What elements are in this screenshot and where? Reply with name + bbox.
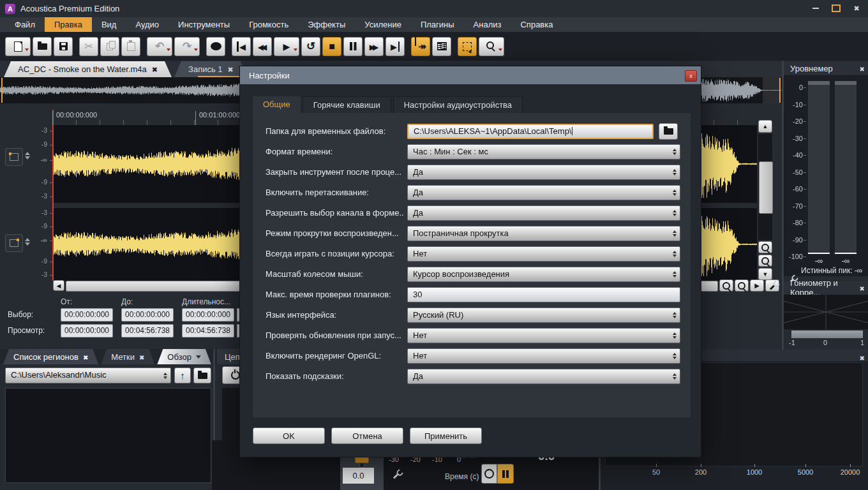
scroll-up-button[interactable]: ▲ xyxy=(758,120,772,133)
menu-item-2[interactable]: Вид xyxy=(92,17,126,32)
close-icon[interactable] xyxy=(152,64,158,74)
spinner-icon[interactable] xyxy=(673,228,677,239)
menu-item-1[interactable]: Правка xyxy=(45,17,92,32)
channel-left-arrows[interactable] xyxy=(24,149,31,162)
channel-right-arrows[interactable] xyxy=(24,235,31,248)
zoom-selection-button[interactable]: ▶ xyxy=(750,279,764,292)
dialog-button-cancel[interactable]: Отмена xyxy=(331,427,403,444)
close-icon[interactable] xyxy=(228,64,234,74)
channel-select-left-button[interactable] xyxy=(5,148,23,166)
scrub-button[interactable] xyxy=(411,37,430,56)
dialog-select-1[interactable]: Час : Мин : Сек : мс xyxy=(407,144,680,160)
spectral-view-button[interactable] xyxy=(432,37,451,56)
save-file-button[interactable] xyxy=(54,37,73,56)
minimize-icon[interactable] xyxy=(809,3,822,14)
loop-button[interactable] xyxy=(301,37,320,56)
fader-value[interactable]: 0.0 xyxy=(343,468,374,484)
zoom-tool-button[interactable] xyxy=(479,37,504,56)
browse-folder-button[interactable] xyxy=(193,368,211,383)
dialog-select-6[interactable]: Нет xyxy=(407,246,680,262)
dialog-browse-button[interactable] xyxy=(659,123,678,140)
play-button[interactable] xyxy=(274,37,299,56)
dialog-tab-2[interactable]: Настройки аудиоустройства xyxy=(393,96,523,113)
paste-button[interactable] xyxy=(121,37,140,56)
spinner-icon[interactable] xyxy=(673,310,677,320)
zoom-out-button[interactable] xyxy=(735,279,749,292)
selection-time-field[interactable]: 00:04:56:738 xyxy=(182,324,234,338)
dialog-input-0[interactable]: C:\Users\ALEKSA~1\AppData\Local\Temp\ xyxy=(407,124,654,139)
dialog-select-4[interactable]: Да xyxy=(407,205,680,221)
playhead-cursor[interactable] xyxy=(52,110,54,281)
stop-button[interactable] xyxy=(322,37,341,56)
spinner-icon[interactable] xyxy=(673,167,677,177)
spinner-icon[interactable] xyxy=(163,371,167,381)
chevron-down-icon[interactable] xyxy=(25,156,30,162)
spinner-icon[interactable] xyxy=(673,188,677,198)
chevron-up-icon[interactable] xyxy=(25,235,30,241)
dialog-button-apply[interactable]: Применить xyxy=(410,427,482,444)
dropdown-caret-icon[interactable] xyxy=(167,48,170,53)
dialog-title-bar[interactable]: Настройки x xyxy=(240,66,701,84)
close-icon[interactable] xyxy=(860,64,865,73)
skip-end-button[interactable] xyxy=(385,37,405,56)
copy-button[interactable] xyxy=(100,37,119,56)
selection-time-field[interactable]: 00:00:00:000 xyxy=(121,308,174,322)
dialog-select-2[interactable]: Да xyxy=(407,165,680,180)
redo-button[interactable] xyxy=(174,37,200,56)
menu-item-7[interactable]: Усиление xyxy=(355,17,411,32)
menu-item-9[interactable]: Анализ xyxy=(464,17,511,32)
dropdown-caret-icon[interactable] xyxy=(294,48,297,53)
close-icon[interactable] xyxy=(850,3,863,14)
dialog-button-ok[interactable]: OK xyxy=(253,427,325,444)
selection-time-field[interactable]: 00:00:00:000 xyxy=(61,308,113,322)
spinner-icon[interactable] xyxy=(673,371,677,382)
document-tab-1[interactable]: Запись 1 xyxy=(174,61,248,77)
spinner-icon[interactable] xyxy=(673,249,677,259)
chevron-up-icon[interactable] xyxy=(25,149,30,155)
maximize-icon[interactable] xyxy=(830,3,842,14)
undo-button[interactable] xyxy=(147,37,172,56)
record-monitor-button[interactable] xyxy=(481,464,497,484)
channel-select-right-button[interactable] xyxy=(5,234,23,252)
path-combobox[interactable]: C:\Users\Aleksandr\Music xyxy=(5,368,171,383)
menu-item-8[interactable]: Плагины xyxy=(411,17,464,32)
dialog-tab-1[interactable]: Горячие клавиши xyxy=(303,96,391,113)
close-icon[interactable] xyxy=(83,352,88,362)
dialog-select-9[interactable]: Русский (RU) xyxy=(407,308,680,323)
file-list[interactable] xyxy=(5,388,211,483)
zoom-out-vertical-button[interactable] xyxy=(758,255,772,267)
scroll-left-button[interactable]: ◀ xyxy=(53,280,64,291)
dialog-select-10[interactable]: Нет xyxy=(407,328,680,343)
menu-item-3[interactable]: Аудио xyxy=(126,17,168,32)
dialog-tab-0[interactable]: Общие xyxy=(253,96,301,113)
zoom-settings-button[interactable] xyxy=(765,279,779,292)
dropdown-caret-icon[interactable] xyxy=(194,48,198,53)
new-file-button[interactable] xyxy=(5,37,31,56)
record-button[interactable] xyxy=(206,37,225,56)
dialog-select-3[interactable]: Да xyxy=(407,185,680,200)
fast-forward-button[interactable] xyxy=(364,37,384,56)
menu-item-6[interactable]: Эффекты xyxy=(298,17,355,32)
files-tab-2[interactable]: Обзор xyxy=(157,349,211,364)
cut-button[interactable] xyxy=(79,37,98,56)
skip-start-button[interactable] xyxy=(232,37,251,56)
selection-time-field[interactable]: 00:00:00:000 xyxy=(182,308,234,322)
folder-up-button[interactable] xyxy=(174,368,191,383)
zoom-in-button[interactable] xyxy=(719,279,733,292)
open-file-button[interactable] xyxy=(33,37,52,56)
spinner-icon[interactable] xyxy=(673,208,677,218)
spinner-icon[interactable] xyxy=(673,330,677,341)
dialog-input-8[interactable]: 30 xyxy=(407,287,680,302)
spinner-icon[interactable] xyxy=(673,269,677,279)
selection-time-field[interactable]: 00:00:00:000 xyxy=(61,324,113,338)
vertical-scrollbar-thumb[interactable] xyxy=(759,161,773,214)
close-icon[interactable] xyxy=(139,352,144,362)
pause-button[interactable] xyxy=(497,464,514,484)
spinner-icon[interactable] xyxy=(673,351,677,361)
menu-item-0[interactable]: Файл xyxy=(5,17,45,32)
selection-mode-button[interactable] xyxy=(458,37,477,56)
menu-item-10[interactable]: Справка xyxy=(511,17,562,32)
dropdown-caret-icon[interactable] xyxy=(498,48,502,53)
close-icon[interactable] xyxy=(860,283,865,293)
files-tab-1[interactable]: Метки xyxy=(101,349,154,364)
